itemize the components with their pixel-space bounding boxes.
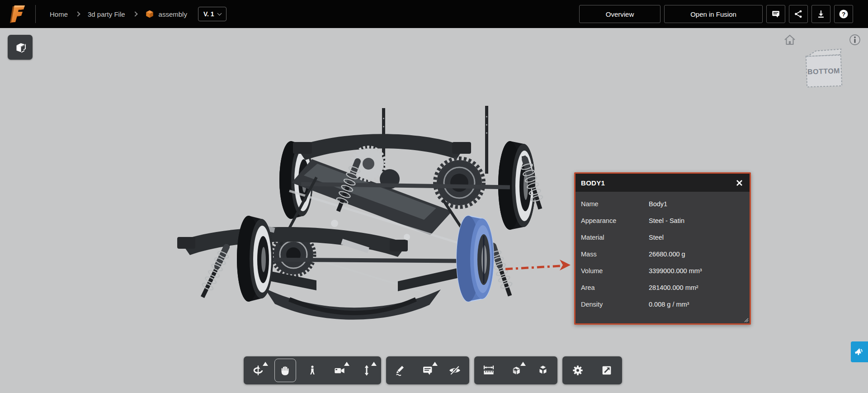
property-row: Appearance Steel - Satin: [581, 212, 750, 229]
topbar-divider: [35, 5, 36, 23]
zoom-icon: [360, 364, 373, 377]
tool-orbit-button[interactable]: [245, 356, 272, 384]
svg-text:?: ?: [842, 11, 845, 18]
flyout-indicator: [432, 362, 438, 366]
fusion-logo[interactable]: [7, 3, 30, 25]
tool-markup-button[interactable]: [387, 356, 414, 384]
breadcrumb-assembly[interactable]: assembly: [159, 10, 187, 18]
property-value: Steel - Satin: [649, 217, 684, 224]
explode-model-icon: [536, 364, 550, 377]
overview-button[interactable]: Overview: [579, 5, 660, 23]
leader-arrow: [505, 260, 571, 270]
resize-handle[interactable]: [743, 317, 749, 322]
download-button[interactable]: [811, 5, 830, 23]
fullscreen-icon: [600, 364, 613, 377]
share-icon: [793, 9, 803, 19]
toolbar-group-navigation: [244, 356, 381, 384]
tool-comment-button[interactable]: [414, 356, 441, 384]
toolbar-group-settings: [562, 356, 622, 384]
tool-settings-button[interactable]: [563, 356, 592, 384]
flyout-indicator: [263, 362, 268, 366]
property-row: Density 0.008 g / mm³: [581, 296, 750, 313]
assembly-cube-icon: [145, 9, 154, 19]
measure-icon: [482, 364, 495, 377]
panel-title: BODY1: [581, 179, 734, 187]
feedback-button[interactable]: [851, 341, 868, 362]
share-button[interactable]: [789, 5, 808, 23]
megaphone-icon: [854, 346, 865, 357]
help-button[interactable]: ?: [834, 5, 853, 23]
topbar-actions: Overview Open in Fusion: [579, 5, 853, 23]
tool-hide-button[interactable]: [441, 356, 468, 384]
comment-button[interactable]: [766, 5, 785, 23]
chevron-right-icon: [75, 11, 80, 16]
property-label: Appearance: [581, 217, 649, 224]
property-value: Steel: [649, 234, 664, 241]
property-label: Density: [581, 301, 649, 308]
tool-explode-button[interactable]: [529, 356, 557, 384]
version-label: V. 1: [203, 10, 214, 18]
info-icon: [850, 35, 860, 45]
property-label: Mass: [581, 251, 649, 258]
gear-icon: [571, 364, 585, 377]
model-browser-button[interactable]: [8, 35, 33, 60]
chevron-down-icon: [217, 11, 222, 16]
pan-hand-icon: [279, 364, 292, 377]
comment-bubble-icon: [421, 364, 434, 377]
version-dropdown[interactable]: V. 1: [198, 7, 226, 21]
tool-measure-button[interactable]: [475, 356, 502, 384]
open-in-fusion-button[interactable]: Open in Fusion: [664, 5, 763, 23]
fusion-viewer-window: Home 3d party File assembly V. 1 Overvie…: [0, 0, 868, 393]
properties-panel: BODY1 Name Body1 Appearance Steel - Sati…: [574, 172, 751, 325]
view-cube[interactable]: BOTTOM: [803, 48, 846, 90]
chevron-right-icon: [132, 11, 137, 16]
property-label: Volume: [581, 267, 649, 275]
toolbar-group-markup: [386, 356, 469, 384]
close-icon: [736, 180, 743, 186]
property-row: Area 281400.000 mm²: [581, 279, 750, 296]
property-label: Material: [581, 234, 649, 241]
property-value: 0.008 g / mm³: [649, 301, 689, 308]
selected-body-wheel[interactable]: [457, 216, 494, 302]
breadcrumb-home[interactable]: Home: [50, 10, 68, 18]
model-browser-cube-icon: [13, 40, 28, 55]
tool-camera-button[interactable]: [326, 356, 353, 384]
first-person-icon: [307, 365, 318, 376]
top-bar: Home 3d party File assembly V. 1 Overvie…: [0, 0, 868, 28]
markup-pencil-icon: [394, 364, 407, 377]
breadcrumb: Home 3d party File assembly V. 1: [50, 0, 226, 28]
flyout-indicator: [371, 362, 377, 366]
model-viewport[interactable]: BOTTOM BODY1 Name Body1 A: [0, 28, 868, 393]
property-value: 26680.000 g: [649, 251, 685, 258]
help-icon: ?: [838, 9, 849, 19]
property-label: Name: [581, 200, 649, 208]
flyout-indicator: [344, 362, 349, 366]
tool-zoom-button[interactable]: [353, 356, 380, 384]
property-label: Area: [581, 284, 649, 291]
info-button[interactable]: [848, 33, 862, 47]
toolbar-group-inspect: [474, 356, 557, 384]
property-row: Volume 3399000.000 mm³: [581, 262, 750, 279]
view-cube-face-label: BOTTOM: [807, 67, 840, 76]
property-row: Name Body1: [581, 195, 750, 212]
breadcrumb-3d-party-file[interactable]: 3d party File: [88, 10, 125, 18]
property-row: Mass 26680.000 g: [581, 246, 750, 262]
property-row: Material Steel: [581, 229, 750, 246]
properties-panel-header: BODY1: [576, 174, 750, 192]
wheel-front-left[interactable]: [237, 216, 273, 302]
tool-pan-button[interactable]: [272, 356, 299, 384]
tool-first-person-button[interactable]: [299, 356, 326, 384]
download-icon: [816, 9, 826, 19]
comment-icon: [771, 9, 781, 19]
flyout-indicator: [520, 362, 526, 366]
viewer-toolbar: [244, 356, 622, 384]
property-value: Body1: [649, 200, 667, 208]
tool-section-button[interactable]: [502, 356, 529, 384]
hide-eye-icon: [448, 364, 462, 377]
close-button[interactable]: [734, 178, 744, 188]
tool-fullscreen-button[interactable]: [592, 356, 621, 384]
properties-rows: Name Body1 Appearance Steel - Satin Mate…: [576, 192, 750, 313]
property-value: 3399000.000 mm³: [649, 267, 702, 275]
home-button[interactable]: [783, 33, 797, 46]
home-icon: [785, 35, 795, 44]
